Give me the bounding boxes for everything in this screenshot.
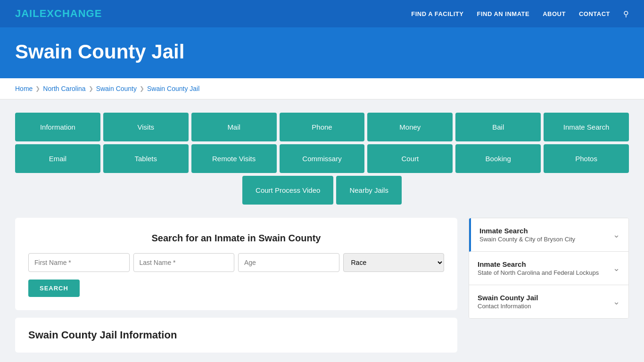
search-last-name[interactable] [133, 253, 235, 272]
sidebar-card: Inmate Search Swain County & City of Bry… [469, 218, 629, 319]
button-row-2: Email Tablets Remote Visits Commissary C… [15, 144, 629, 173]
search-fields: Race [28, 253, 444, 272]
logo-jail: JAIL [15, 8, 40, 19]
sidebar-item-text-3: Swain County Jail Contact Information [478, 294, 538, 310]
find-facility-link[interactable]: FIND A FACILITY [411, 10, 463, 17]
btn-booking[interactable]: Booking [455, 144, 541, 173]
btn-tablets[interactable]: Tablets [103, 144, 189, 173]
sidebar-item-inmate-search-state[interactable]: Inmate Search State of North Carolina an… [469, 252, 628, 285]
search-first-name[interactable] [28, 253, 130, 272]
btn-information[interactable]: Information [15, 113, 100, 141]
sidebar-item-inmate-search-local[interactable]: Inmate Search Swain County & City of Bry… [469, 218, 628, 252]
breadcrumb-facility[interactable]: Swain County Jail [147, 85, 199, 92]
two-col-layout: Search for an Inmate in Swain County Rac… [15, 218, 629, 353]
search-icon[interactable]: ⚲ [623, 9, 629, 18]
chevron-down-icon-2: ⌄ [613, 263, 620, 273]
btn-inmate-search[interactable]: Inmate Search [544, 113, 629, 141]
chevron-down-icon-1: ⌄ [613, 230, 620, 240]
breadcrumb-sep-3: ❯ [140, 85, 144, 92]
search-age[interactable] [238, 253, 339, 272]
find-inmate-link[interactable]: FIND AN INMATE [477, 10, 529, 17]
breadcrumb-sep-1: ❯ [35, 85, 40, 92]
search-race[interactable]: Race [343, 253, 445, 272]
btn-remote-visits[interactable]: Remote Visits [191, 144, 277, 173]
button-row-1: Information Visits Mail Phone Money Bail… [15, 113, 629, 141]
sidebar-item-sub-1: Swain County & City of Bryson City [479, 236, 575, 243]
nav-links: FIND A FACILITY FIND AN INMATE ABOUT CON… [411, 9, 629, 18]
breadcrumb-home[interactable]: Home [15, 85, 33, 92]
chevron-down-icon-3: ⌄ [613, 296, 620, 307]
breadcrumb-county[interactable]: Swain County [96, 85, 137, 92]
logo-exchange: EXCHANGE [40, 8, 102, 19]
btn-court-process-video[interactable]: Court Process Video [242, 176, 333, 205]
btn-photos[interactable]: Photos [544, 144, 629, 173]
breadcrumb: Home ❯ North Carolina ❯ Swain County ❯ S… [15, 85, 629, 92]
info-section: Swain County Jail Information [15, 318, 457, 353]
search-title: Search for an Inmate in Swain County [28, 233, 444, 244]
breadcrumb-state[interactable]: North Carolina [43, 85, 85, 92]
btn-email[interactable]: Email [15, 144, 100, 173]
contact-link[interactable]: CONTACT [579, 10, 610, 17]
search-button[interactable]: SEARCH [28, 280, 80, 297]
btn-visits[interactable]: Visits [103, 113, 189, 141]
btn-court[interactable]: Court [367, 144, 453, 173]
sidebar-item-text-2: Inmate Search State of North Carolina an… [478, 260, 599, 276]
about-link[interactable]: ABOUT [543, 10, 566, 17]
btn-phone[interactable]: Phone [280, 113, 365, 141]
navbar: JAILEXCHANGE FIND A FACILITY FIND AN INM… [0, 0, 644, 27]
sidebar-item-sub-3: Contact Information [478, 303, 538, 310]
sidebar-item-text-1: Inmate Search Swain County & City of Bry… [479, 227, 575, 243]
btn-bail[interactable]: Bail [455, 113, 541, 141]
logo[interactable]: JAILEXCHANGE [15, 8, 102, 20]
sidebar-item-contact-info[interactable]: Swain County Jail Contact Information ⌄ [469, 285, 628, 318]
button-row-3: Court Process Video Nearby Jails [15, 176, 629, 205]
btn-commissary[interactable]: Commissary [280, 144, 365, 173]
main-area: Information Visits Mail Phone Money Bail… [0, 99, 644, 362]
sidebar-item-title-2: Inmate Search [478, 260, 599, 268]
sidebar-item-title-1: Inmate Search [479, 227, 575, 235]
sidebar-item-title-3: Swain County Jail [478, 294, 538, 302]
btn-mail[interactable]: Mail [191, 113, 277, 141]
breadcrumb-bar: Home ❯ North Carolina ❯ Swain County ❯ S… [0, 78, 644, 99]
breadcrumb-sep-2: ❯ [89, 85, 93, 92]
info-title: Swain County Jail Information [28, 329, 444, 341]
sidebar-item-sub-2: State of North Carolina and Federal Lock… [478, 269, 599, 276]
search-box: Search for an Inmate in Swain County Rac… [15, 218, 457, 310]
hero-section: Swain County Jail [0, 27, 644, 78]
page-title: Swain County Jail [15, 41, 629, 63]
btn-money[interactable]: Money [367, 113, 453, 141]
btn-nearby-jails[interactable]: Nearby Jails [336, 176, 402, 205]
sidebar: Inmate Search Swain County & City of Bry… [469, 218, 629, 319]
